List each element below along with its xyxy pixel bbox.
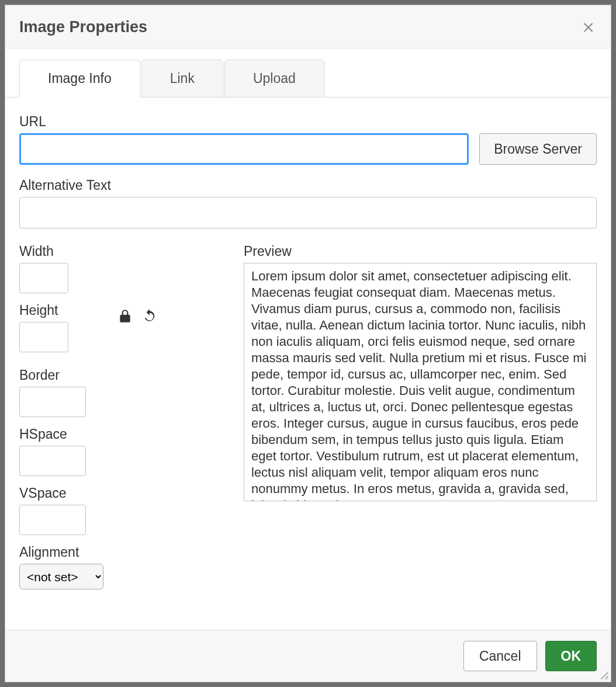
height-label: Height: [19, 303, 103, 318]
preview-box: Lorem ipsum dolor sit amet, consectetuer…: [244, 263, 597, 501]
vspace-label: VSpace: [19, 485, 103, 501]
hspace-input[interactable]: [19, 446, 86, 476]
dialog-body: Image Info Link Upload URL Browse Server…: [5, 48, 611, 630]
dimensions-group: Width Height: [19, 244, 103, 362]
border-input[interactable]: [19, 387, 86, 417]
url-label: URL: [19, 114, 597, 130]
close-icon: [582, 20, 596, 34]
width-label: Width: [19, 244, 103, 259]
width-input[interactable]: [19, 263, 68, 293]
border-label: Border: [19, 367, 103, 383]
left-column: Width Height Border HSpace VSpace Alig: [19, 244, 230, 623]
lock-icon: [117, 308, 133, 324]
tabs: Image Info Link Upload: [5, 59, 611, 98]
right-column: Preview Lorem ipsum dolor sit amet, cons…: [244, 244, 597, 623]
alt-text-label: Alternative Text: [19, 178, 597, 193]
tab-link[interactable]: Link: [141, 60, 223, 98]
dialog-title: Image Properties: [19, 18, 147, 36]
resize-handle[interactable]: [599, 670, 610, 681]
close-button[interactable]: [580, 19, 597, 36]
alt-text-input[interactable]: [19, 197, 597, 228]
tab-content-image-info: URL Browse Server Alternative Text Width…: [5, 98, 611, 630]
refresh-icon: [142, 308, 157, 324]
dialog-footer: Cancel OK: [5, 630, 611, 682]
lock-ratio-button[interactable]: [117, 308, 133, 324]
dialog-header: Image Properties: [5, 5, 611, 48]
image-properties-dialog: Image Properties Image Info Link Upload …: [5, 5, 611, 682]
tab-upload[interactable]: Upload: [224, 60, 324, 98]
tab-image-info[interactable]: Image Info: [19, 60, 140, 98]
cancel-button[interactable]: Cancel: [463, 641, 537, 671]
height-input[interactable]: [19, 322, 68, 352]
ok-button[interactable]: OK: [545, 641, 597, 671]
resize-grip-icon: [599, 670, 610, 681]
hspace-label: HSpace: [19, 426, 103, 442]
browse-server-button[interactable]: Browse Server: [479, 133, 597, 165]
alignment-label: Alignment: [19, 544, 103, 560]
preview-label: Preview: [244, 244, 597, 259]
columns: Width Height Border HSpace VSpace Alig: [19, 244, 597, 623]
url-input[interactable]: [19, 133, 469, 165]
vspace-input[interactable]: [19, 505, 86, 535]
url-row: Browse Server: [19, 133, 597, 165]
alignment-select[interactable]: <not set>: [19, 564, 103, 589]
ratio-controls: [117, 244, 157, 360]
reset-size-button[interactable]: [142, 308, 157, 324]
